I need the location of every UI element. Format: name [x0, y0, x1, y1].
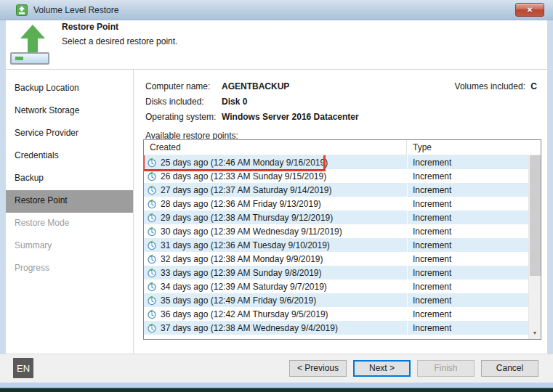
restore-point-icon — [147, 185, 157, 195]
restore-point-row[interactable]: 34 days ago (12:39 AM Saturday 9/7/2019)… — [144, 279, 528, 293]
row-created: 30 days ago (12:39 AM Wednesday 9/11/201… — [161, 226, 342, 237]
disks-included-value: Disk 0 — [222, 94, 247, 110]
restore-point-icon — [147, 213, 157, 223]
row-created: 26 days ago (12:33 AM Sunday 9/15/2019) — [161, 171, 326, 181]
sidebar-item-service-provider[interactable]: Service Provider — [6, 123, 133, 145]
sidebar-item-restore-point[interactable]: Restore Point — [6, 190, 133, 213]
scroll-down-icon[interactable]: ▼ — [529, 327, 541, 339]
volumes-included-value: C — [530, 81, 537, 91]
restore-point-icon — [147, 240, 157, 250]
window-title: Volume Level Restore — [33, 5, 118, 15]
restore-point-row[interactable]: 27 days ago (12:37 AM Saturday 9/14/2019… — [144, 183, 528, 197]
row-created: 34 days ago (12:39 AM Saturday 9/7/2019) — [161, 282, 327, 292]
vertical-scrollbar[interactable]: ▲ ▼ — [528, 140, 541, 339]
window-frame-bottom — [0, 383, 553, 388]
restore-point-row[interactable]: 30 days ago (12:39 AM Wednesday 9/11/201… — [144, 224, 528, 238]
operating-system-value: Windows Server 2016 Datacenter — [222, 110, 359, 125]
sidebar-item-restore-mode[interactable]: Restore Mode — [6, 213, 133, 235]
row-type: Increment — [407, 254, 528, 264]
sidebar-item-backup[interactable]: Backup — [6, 168, 133, 190]
row-type: Increment — [407, 240, 528, 250]
computer-name-value: AGENTBACKUP — [222, 79, 289, 94]
row-type: Increment — [407, 158, 528, 168]
restore-point-row[interactable]: 32 days ago (12:38 AM Monday 9/9/2019) I… — [144, 252, 528, 266]
row-created: 28 days ago (12:36 AM Friday 9/13/2019) — [161, 199, 321, 209]
restore-point-icon — [147, 171, 157, 181]
row-created: 36 days ago (12:42 AM Thursday 9/5/2019) — [161, 309, 328, 319]
main-panel: Computer name: AGENTBACKUP Disks include… — [145, 70, 547, 354]
row-created: 27 days ago (12:37 AM Saturday 9/14/2019… — [161, 185, 332, 195]
row-created: 37 days ago (12:38 AM Wednesday 9/4/2019… — [161, 323, 338, 333]
close-icon: ✕ — [527, 6, 533, 14]
restore-point-row[interactable]: 33 days ago (12:39 AM Sunday 9/8/2019) I… — [144, 266, 528, 279]
row-created: 35 days ago (12:49 AM Friday 9/6/2019) — [161, 295, 316, 306]
row-created: 29 days ago (12:38 AM Thursday 9/12/2019… — [161, 213, 333, 223]
row-created: 33 days ago (12:39 AM Sunday 9/8/2019) — [161, 268, 322, 278]
row-type: Increment — [407, 199, 528, 209]
sidebar-item-backup-location[interactable]: Backup Location — [6, 78, 133, 100]
row-created: 31 days ago (12:36 AM Tuesday 9/10/2019) — [161, 240, 330, 250]
cancel-button[interactable]: Cancel — [481, 360, 538, 377]
table-header: Created Type — [144, 140, 541, 155]
sidebar-item-summary[interactable]: Summary — [6, 235, 133, 258]
green-up-arrow-icon — [19, 25, 47, 54]
restore-point-row[interactable]: 25 days ago (12:46 AM Monday 9/16/2019) … — [144, 155, 528, 169]
window-bottom-edge — [0, 388, 553, 392]
app-restore-icon — [16, 4, 28, 16]
sidebar-item-network-storage[interactable]: Network Storage — [6, 100, 133, 123]
restore-point-icon — [147, 254, 157, 264]
restore-point-row[interactable]: 26 days ago (12:33 AM Sunday 9/15/2019) … — [144, 169, 528, 183]
operating-system-label: Operating system: — [145, 110, 222, 125]
close-button[interactable]: ✕ — [515, 3, 544, 17]
restore-point-icon — [147, 309, 157, 319]
title-bar: Volume Level Restore ✕ — [0, 0, 553, 20]
finish-button: Finish — [417, 360, 475, 377]
window-frame-left — [0, 20, 6, 383]
wizard-buttons: < Previous Next > Finish Cancel — [289, 360, 538, 377]
footer-bar: EN < Previous Next > Finish Cancel — [0, 354, 553, 383]
page-title: Restore Point — [62, 22, 118, 32]
restore-point-icon — [147, 199, 157, 209]
column-header-type[interactable]: Type — [407, 140, 528, 155]
restore-point-icon — [147, 226, 157, 237]
page-subtitle: Select a desired restore point. — [62, 36, 177, 46]
computer-name-label: Computer name: — [145, 79, 222, 94]
restore-step-icon — [10, 23, 52, 67]
previous-button[interactable]: < Previous — [289, 360, 347, 377]
restore-points-table: Created Type 25 days ago (12:46 AM Monda… — [143, 139, 541, 340]
backup-info: Computer name: AGENTBACKUP Disks include… — [145, 70, 547, 142]
row-created: 25 days ago (12:46 AM Monday 9/16/2019) — [161, 158, 328, 168]
restore-point-icon — [147, 323, 157, 333]
volumes-included-label: Volumes included: — [455, 81, 525, 91]
restore-point-row[interactable]: 36 days ago (12:42 AM Thursday 9/5/2019)… — [144, 307, 528, 321]
disk-icon — [10, 52, 49, 65]
restore-point-row[interactable]: 37 days ago (12:38 AM Wednesday 9/4/2019… — [144, 321, 528, 335]
volumes-included: Volumes included: C — [455, 79, 537, 94]
restore-point-row[interactable]: 31 days ago (12:36 AM Tuesday 9/10/2019)… — [144, 238, 528, 252]
row-type: Increment — [407, 185, 528, 195]
restore-point-icon — [147, 282, 157, 292]
restore-point-icon — [147, 295, 157, 306]
sidebar-item-progress[interactable]: Progress — [6, 258, 133, 280]
disks-included-label: Disks included: — [145, 94, 222, 110]
row-type: Increment — [407, 295, 528, 306]
table-body: 25 days ago (12:46 AM Monday 9/16/2019) … — [144, 155, 528, 339]
row-type: Increment — [407, 282, 528, 292]
sidebar-item-credentials[interactable]: Credentials — [6, 145, 133, 168]
next-button[interactable]: Next > — [353, 360, 411, 377]
volume-level-restore-window: Volume Level Restore ✕ Restore Point Sel… — [0, 0, 553, 392]
row-type: Increment — [407, 309, 528, 319]
scrollbar-thumb[interactable] — [530, 154, 541, 276]
restore-point-row[interactable]: 29 days ago (12:38 AM Thursday 9/12/2019… — [144, 211, 528, 224]
restore-point-row[interactable]: 28 days ago (12:36 AM Friday 9/13/2019) … — [144, 197, 528, 211]
restore-point-row[interactable]: 35 days ago (12:49 AM Friday 9/6/2019) I… — [144, 293, 528, 307]
restore-point-icon — [147, 158, 157, 168]
window-frame-right — [547, 20, 553, 383]
column-header-created[interactable]: Created — [144, 140, 407, 155]
row-type: Increment — [407, 323, 528, 333]
row-type: Increment — [407, 268, 528, 278]
row-type: Increment — [407, 171, 528, 181]
row-type: Increment — [407, 213, 528, 223]
wizard-steps-sidebar: Backup LocationNetwork StorageService Pr… — [6, 70, 134, 354]
language-badge[interactable]: EN — [13, 358, 33, 378]
